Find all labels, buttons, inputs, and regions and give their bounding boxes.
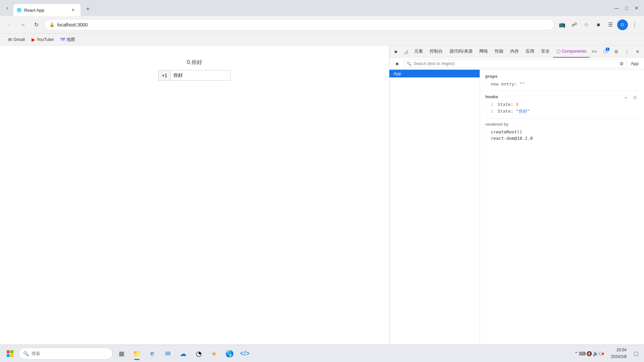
search-settings-icon[interactable]: ⚙ (620, 61, 624, 66)
translate-button[interactable]: ☍ (569, 19, 580, 30)
task-view-icon: ▦ (119, 350, 124, 357)
taskbar-task-view[interactable]: ▦ (114, 346, 129, 361)
props-new-entry-row: new entry: "" (485, 81, 639, 87)
taskbar-file-explorer[interactable]: 📁 (129, 346, 144, 361)
hook-label-1: State: (497, 102, 516, 107)
tab-sources[interactable]: 源代码/来源 (446, 46, 476, 58)
youtube-icon: ▶ (32, 37, 35, 42)
hook-row-1: 1 State: 0 (485, 101, 623, 108)
taskbar-yellow-app[interactable]: ★ (207, 346, 221, 361)
component-breadcrumb: App (628, 61, 641, 66)
taskbar-code[interactable]: </> (237, 346, 252, 361)
taskbar-search-box[interactable]: 🔍 (19, 348, 113, 360)
tree-item-app[interactable]: App (389, 70, 480, 77)
bookmark-youtube-label: YouTube (37, 37, 54, 42)
component-search-box[interactable]: 🔍 ⚙ (404, 59, 627, 68)
tab-security[interactable]: 安全 (538, 46, 553, 58)
issues-button[interactable]: ⓘ 1 (600, 47, 610, 57)
tab-more-button[interactable]: >> (590, 46, 599, 58)
component-search-input[interactable] (414, 61, 618, 66)
profile-button[interactable]: G (617, 19, 628, 30)
tray-red-icon[interactable]: ■ (601, 351, 604, 356)
input-row: +1 (158, 70, 231, 81)
reload-button[interactable]: ↻ (31, 19, 42, 30)
taskbar-chrome[interactable]: ◔ (191, 346, 206, 361)
props-panel: props new entry: "" hooks 1 State: (480, 70, 644, 362)
tray-volume-icon[interactable]: 🔊 (593, 351, 598, 356)
tray-input-icon[interactable]: ⌨ (579, 351, 586, 356)
tray-network-icon[interactable]: 〈 (599, 351, 601, 356)
page-content: 0,你好 +1 (0, 46, 389, 362)
devtools-settings-button[interactable]: ⚙ (611, 47, 621, 57)
text-input[interactable] (170, 70, 231, 81)
tab-network[interactable]: 网络 (476, 46, 491, 58)
bookmark-gmail[interactable]: ✉ Gmail (5, 36, 28, 44)
copy-props-button[interactable]: ⎙ (631, 94, 639, 101)
props-value: "" (520, 81, 525, 86)
taskbar-edge[interactable]: e (145, 346, 160, 361)
taskbar-onedrive[interactable]: ☁ (176, 346, 191, 361)
taskbar-clock[interactable]: 20:54 2024/2/8 (608, 347, 629, 360)
taskbar-search-icon: 🔍 (23, 351, 29, 356)
devtools-more-button[interactable]: ⋮ (622, 47, 632, 57)
onedrive-icon: ☁ (180, 350, 186, 358)
active-tab[interactable]: React App ✕ (13, 4, 80, 16)
new-tab-button[interactable]: + (83, 4, 93, 14)
vscode-icon: </> (240, 350, 250, 357)
tab-application[interactable]: 应用 (522, 46, 538, 58)
tab-close-button[interactable]: ✕ (70, 7, 76, 13)
system-tray: ⌃ ⌨ 🔇 🔊 〈 ■ (572, 351, 607, 356)
gmail-icon: ✉ (8, 37, 12, 42)
rendered-by-value-2: react-dom@18.2.0 (491, 136, 533, 141)
edit-props-button[interactable]: ✏ (623, 94, 630, 101)
file-explorer-icon: 📁 (133, 350, 141, 358)
bookmark-maps[interactable]: 🗺 地图 (58, 35, 78, 44)
address-bar[interactable]: 🔒 localhost:3000 (44, 19, 554, 31)
browser2-icon: 🌎 (225, 350, 234, 358)
tab-components[interactable]: ⬡ Components (553, 46, 590, 58)
notification-button[interactable]: ▢ (631, 346, 641, 361)
close-button[interactable]: ✕ (632, 3, 641, 13)
props-key: new entry: (491, 81, 520, 86)
tab-list-chevron[interactable]: ‹ (3, 3, 12, 13)
devtools-tabbar: ■ ◿ 元素 控制台 源代码/来源 网络 性能 内存 应用 安全 ⬡ Compo… (389, 46, 644, 58)
back-button[interactable]: ← (4, 19, 15, 30)
bookmark-button[interactable]: ☆ (581, 19, 592, 30)
taskbar-browser2[interactable]: 🌎 (222, 346, 237, 361)
tray-chevron[interactable]: ⌃ (574, 351, 578, 356)
notification-icon: ▢ (634, 350, 639, 357)
forward-button[interactable]: → (17, 19, 28, 30)
bookmark-maps-label: 地图 (66, 37, 75, 43)
tab-console[interactable]: 控制台 (426, 46, 446, 58)
start-button[interactable] (3, 346, 17, 361)
extensions-button[interactable]: ■ (593, 19, 604, 30)
devtools-inspect-button[interactable]: ■ (391, 47, 401, 57)
taskbar: 🔍 ▦ 📁 e ✉ ☁ ◔ ★ (0, 345, 644, 362)
address-text: localhost:3000 (57, 22, 88, 27)
windows-logo-icon (7, 350, 13, 357)
devtools-close-button[interactable]: ✕ (633, 47, 643, 57)
devtools-device-button[interactable]: ◿ (401, 47, 411, 57)
bookmark-youtube[interactable]: ▶ YouTube (29, 36, 56, 44)
clock-time: 20:54 (611, 347, 627, 353)
rendered-by-value-1: createRoot() (491, 129, 522, 134)
cast-button[interactable]: 📺 (557, 19, 568, 30)
tab-elements[interactable]: 元素 (411, 46, 426, 58)
taskbar-search-input[interactable] (32, 351, 99, 356)
yellow-app-icon: ★ (211, 350, 217, 358)
maximize-button[interactable]: □ (622, 3, 631, 13)
increment-button[interactable]: +1 (158, 70, 171, 81)
minimize-button[interactable]: — (612, 3, 621, 13)
tray-mute-icon[interactable]: 🔇 (586, 351, 592, 356)
tab-memory[interactable]: 内存 (507, 46, 522, 58)
mail-icon: ✉ (165, 350, 171, 358)
component-select-button[interactable]: ■ (392, 59, 402, 69)
svg-rect-3 (10, 354, 13, 357)
sidebar-toggle[interactable]: ☰ (605, 19, 616, 30)
menu-button[interactable]: ⋮ (629, 19, 640, 30)
devtools-panel: ■ ◿ 元素 控制台 源代码/来源 网络 性能 内存 应用 安全 ⬡ Compo… (389, 46, 644, 362)
tab-performance[interactable]: 性能 (491, 46, 507, 58)
svg-rect-1 (10, 350, 13, 353)
clock-date: 2024/2/8 (611, 354, 627, 360)
taskbar-mail[interactable]: ✉ (160, 346, 175, 361)
